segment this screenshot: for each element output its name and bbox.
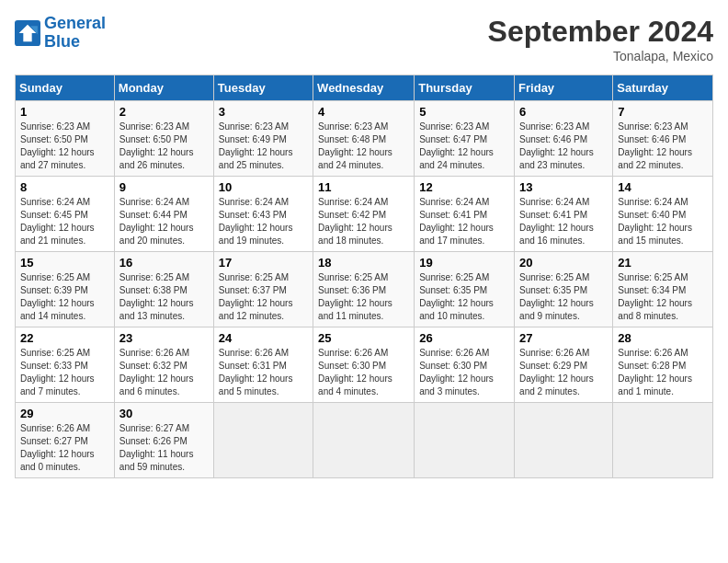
day-number: 22 (20, 331, 109, 345)
day-number: 7 (618, 105, 708, 119)
day-number: 25 (318, 331, 409, 345)
calendar-cell: 23Sunrise: 6:26 AM Sunset: 6:32 PM Dayli… (114, 327, 213, 403)
day-info: Sunrise: 6:25 AM Sunset: 6:35 PM Dayligh… (519, 271, 608, 323)
column-header-wednesday: Wednesday (313, 75, 415, 101)
day-info: Sunrise: 6:25 AM Sunset: 6:39 PM Dayligh… (20, 271, 109, 323)
day-info: Sunrise: 6:26 AM Sunset: 6:29 PM Dayligh… (519, 347, 608, 398)
day-info: Sunrise: 6:27 AM Sunset: 6:26 PM Dayligh… (119, 422, 209, 474)
logo-line2: Blue (44, 32, 80, 51)
day-number: 17 (219, 256, 308, 270)
calendar-week-5: 29Sunrise: 6:26 AM Sunset: 6:27 PM Dayli… (16, 403, 713, 478)
calendar-cell: 4Sunrise: 6:23 AM Sunset: 6:48 PM Daylig… (313, 101, 415, 177)
calendar-cell: 6Sunrise: 6:23 AM Sunset: 6:46 PM Daylig… (515, 101, 613, 177)
calendar-cell: 21Sunrise: 6:25 AM Sunset: 6:34 PM Dayli… (613, 252, 713, 327)
day-info: Sunrise: 6:24 AM Sunset: 6:44 PM Dayligh… (119, 196, 209, 247)
day-number: 10 (219, 180, 308, 194)
day-info: Sunrise: 6:25 AM Sunset: 6:38 PM Dayligh… (119, 271, 209, 323)
day-number: 8 (20, 180, 109, 194)
day-number: 28 (618, 331, 708, 345)
calendar-cell: 8Sunrise: 6:24 AM Sunset: 6:45 PM Daylig… (16, 177, 115, 252)
day-number: 27 (519, 331, 608, 345)
day-info: Sunrise: 6:26 AM Sunset: 6:32 PM Dayligh… (119, 347, 209, 398)
day-number: 9 (119, 180, 209, 194)
day-info: Sunrise: 6:24 AM Sunset: 6:41 PM Dayligh… (419, 196, 509, 247)
day-info: Sunrise: 6:26 AM Sunset: 6:30 PM Dayligh… (318, 347, 409, 398)
day-number: 14 (618, 180, 708, 194)
calendar-cell: 19Sunrise: 6:25 AM Sunset: 6:35 PM Dayli… (415, 252, 515, 327)
calendar-cell: 27Sunrise: 6:26 AM Sunset: 6:29 PM Dayli… (515, 327, 613, 403)
calendar-cell: 29Sunrise: 6:26 AM Sunset: 6:27 PM Dayli… (16, 403, 115, 478)
day-info: Sunrise: 6:26 AM Sunset: 6:30 PM Dayligh… (419, 347, 509, 398)
day-info: Sunrise: 6:24 AM Sunset: 6:42 PM Dayligh… (318, 196, 409, 247)
calendar-cell: 18Sunrise: 6:25 AM Sunset: 6:36 PM Dayli… (313, 252, 415, 327)
day-number: 6 (519, 105, 608, 119)
day-info: Sunrise: 6:23 AM Sunset: 6:50 PM Dayligh… (20, 121, 109, 172)
calendar-cell: 13Sunrise: 6:24 AM Sunset: 6:41 PM Dayli… (515, 177, 613, 252)
calendar-cell: 24Sunrise: 6:26 AM Sunset: 6:31 PM Dayli… (213, 327, 313, 403)
day-number: 15 (20, 256, 109, 270)
day-info: Sunrise: 6:24 AM Sunset: 6:43 PM Dayligh… (219, 196, 308, 247)
calendar-cell (213, 403, 313, 478)
day-number: 18 (318, 256, 409, 270)
day-number: 11 (318, 180, 409, 194)
calendar-cell (613, 403, 713, 478)
calendar-cell: 17Sunrise: 6:25 AM Sunset: 6:37 PM Dayli… (213, 252, 313, 327)
day-info: Sunrise: 6:23 AM Sunset: 6:49 PM Dayligh… (219, 121, 308, 172)
calendar-header-row: SundayMondayTuesdayWednesdayThursdayFrid… (16, 75, 713, 101)
logo: General Blue (15, 15, 106, 52)
calendar-cell: 1Sunrise: 6:23 AM Sunset: 6:50 PM Daylig… (16, 101, 115, 177)
day-info: Sunrise: 6:23 AM Sunset: 6:46 PM Dayligh… (519, 121, 608, 172)
day-number: 24 (219, 331, 308, 345)
day-number: 30 (119, 407, 209, 420)
calendar-cell: 28Sunrise: 6:26 AM Sunset: 6:28 PM Dayli… (613, 327, 713, 403)
day-number: 23 (119, 331, 209, 345)
calendar-cell: 30Sunrise: 6:27 AM Sunset: 6:26 PM Dayli… (114, 403, 213, 478)
calendar-cell: 16Sunrise: 6:25 AM Sunset: 6:38 PM Dayli… (114, 252, 213, 327)
logo-line1: General (44, 14, 106, 32)
day-info: Sunrise: 6:23 AM Sunset: 6:47 PM Dayligh… (419, 121, 509, 172)
calendar-cell (313, 403, 415, 478)
day-info: Sunrise: 6:26 AM Sunset: 6:31 PM Dayligh… (219, 347, 308, 398)
day-info: Sunrise: 6:26 AM Sunset: 6:27 PM Dayligh… (20, 422, 109, 474)
calendar-cell: 15Sunrise: 6:25 AM Sunset: 6:39 PM Dayli… (16, 252, 115, 327)
calendar-cell: 22Sunrise: 6:25 AM Sunset: 6:33 PM Dayli… (16, 327, 115, 403)
calendar-cell: 9Sunrise: 6:24 AM Sunset: 6:44 PM Daylig… (114, 177, 213, 252)
calendar-body: 1Sunrise: 6:23 AM Sunset: 6:50 PM Daylig… (16, 101, 713, 478)
day-number: 13 (519, 180, 608, 194)
calendar-week-1: 1Sunrise: 6:23 AM Sunset: 6:50 PM Daylig… (16, 101, 713, 177)
calendar-week-4: 22Sunrise: 6:25 AM Sunset: 6:33 PM Dayli… (16, 327, 713, 403)
calendar-cell (515, 403, 613, 478)
column-header-sunday: Sunday (16, 75, 115, 101)
day-info: Sunrise: 6:25 AM Sunset: 6:35 PM Dayligh… (419, 271, 509, 323)
title-area: September 2024 Tonalapa, Mexico (488, 15, 713, 63)
calendar-cell: 7Sunrise: 6:23 AM Sunset: 6:46 PM Daylig… (613, 101, 713, 177)
day-info: Sunrise: 6:26 AM Sunset: 6:28 PM Dayligh… (618, 347, 708, 398)
day-number: 3 (219, 105, 308, 119)
calendar-cell: 14Sunrise: 6:24 AM Sunset: 6:40 PM Dayli… (613, 177, 713, 252)
calendar-cell: 20Sunrise: 6:25 AM Sunset: 6:35 PM Dayli… (515, 252, 613, 327)
calendar-title: September 2024 (488, 15, 713, 49)
day-number: 2 (119, 105, 209, 119)
calendar-cell: 12Sunrise: 6:24 AM Sunset: 6:41 PM Dayli… (415, 177, 515, 252)
day-number: 29 (20, 407, 109, 420)
day-number: 26 (419, 331, 509, 345)
day-info: Sunrise: 6:23 AM Sunset: 6:50 PM Dayligh… (119, 121, 209, 172)
calendar-cell: 26Sunrise: 6:26 AM Sunset: 6:30 PM Dayli… (415, 327, 515, 403)
column-header-monday: Monday (114, 75, 213, 101)
day-number: 1 (20, 105, 109, 119)
column-header-saturday: Saturday (613, 75, 713, 101)
column-header-tuesday: Tuesday (213, 75, 313, 101)
day-info: Sunrise: 6:24 AM Sunset: 6:45 PM Dayligh… (20, 196, 109, 247)
day-number: 20 (519, 256, 608, 270)
day-number: 5 (419, 105, 509, 119)
calendar-cell: 11Sunrise: 6:24 AM Sunset: 6:42 PM Dayli… (313, 177, 415, 252)
day-number: 12 (419, 180, 509, 194)
calendar-cell (415, 403, 515, 478)
calendar-cell: 10Sunrise: 6:24 AM Sunset: 6:43 PM Dayli… (213, 177, 313, 252)
calendar-table: SundayMondayTuesdayWednesdayThursdayFrid… (15, 75, 713, 478)
day-number: 21 (618, 256, 708, 270)
day-info: Sunrise: 6:23 AM Sunset: 6:48 PM Dayligh… (318, 121, 409, 172)
logo-text: General Blue (44, 15, 106, 52)
logo-icon (15, 20, 40, 46)
day-info: Sunrise: 6:24 AM Sunset: 6:40 PM Dayligh… (618, 196, 708, 247)
